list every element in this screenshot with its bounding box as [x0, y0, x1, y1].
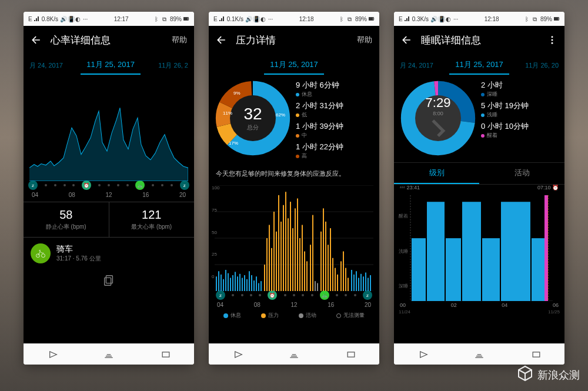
svg-rect-70	[337, 275, 338, 291]
phone-sleep: E 0.3K/s 🔊📳◐··· 12:18 ᛒ⧉ 89% 睡眠详细信息 月 24…	[394, 12, 564, 365]
nav-recents-icon[interactable]	[530, 350, 542, 359]
sleep-donut: 7:29 8:00	[400, 80, 476, 156]
svg-rect-60	[312, 215, 313, 291]
date-next[interactable]: 11月 26, 20	[525, 61, 559, 70]
bike-icon: 🚲	[320, 290, 329, 300]
svg-rect-27	[232, 275, 233, 291]
app-header: 睡眠详细信息	[394, 26, 564, 54]
svg-rect-55	[299, 238, 300, 291]
svg-rect-64	[323, 208, 324, 291]
svg-rect-44	[273, 212, 275, 291]
svg-rect-25	[228, 273, 229, 291]
svg-rect-87	[559, 18, 559, 20]
sleep-breakdown: 2 小时深睡 5 小时 19分钟浅睡 0 小时 10分钟醒着	[481, 80, 559, 156]
svg-rect-42	[269, 225, 270, 292]
alarm-icon: ⏰	[82, 181, 91, 190]
svg-rect-66	[328, 245, 329, 291]
svg-rect-30	[239, 274, 240, 291]
date-selector[interactable]: 月 24, 2017 11月 25, 2017 11月 26, 2	[24, 54, 194, 76]
phone-stress: E 0.1K/s 🔊📳◐··· 12:18 ᛒ⧉ 89% 压力详情 帮助 11月…	[209, 12, 379, 365]
svg-rect-73	[345, 268, 346, 291]
svg-rect-74	[348, 278, 349, 292]
svg-rect-56	[302, 225, 303, 292]
sleep-tabs: 级别 活动	[394, 162, 564, 185]
chart-legend: 休息 压力 活动 无法测量	[209, 312, 379, 319]
date-selector[interactable]: 月 24, 2017 11月 25, 2017 11月 26, 20	[394, 54, 564, 76]
svg-rect-34	[249, 271, 250, 291]
svg-rect-84	[348, 352, 355, 356]
check-icon	[426, 106, 450, 152]
nav-recents-icon[interactable]	[345, 350, 357, 359]
cube-icon	[516, 365, 534, 385]
activity-name: 骑车	[56, 244, 101, 255]
more-icon[interactable]	[547, 35, 557, 45]
alarm-icon: ⏰	[552, 185, 559, 191]
page-title: 心率详细信息	[51, 34, 172, 47]
nav-back-icon[interactable]	[231, 350, 243, 359]
sleep-level-chart: 醒着 浅睡 深睡	[400, 195, 559, 301]
nav-bar	[209, 343, 379, 365]
page-title: 睡眠详细信息	[421, 34, 547, 47]
tab-activity[interactable]: 活动	[479, 163, 564, 184]
svg-rect-28	[235, 272, 236, 291]
stress-message: 今天您有足够的时间来修复身体的应激反应。	[209, 166, 379, 182]
alarm-icon: ⏰	[268, 290, 277, 300]
svg-point-4	[42, 254, 45, 258]
svg-rect-6	[105, 278, 111, 285]
svg-rect-31	[242, 278, 243, 292]
svg-rect-97	[412, 238, 426, 301]
svg-rect-76	[353, 275, 355, 291]
nav-back-icon[interactable]	[416, 350, 428, 359]
cycling-icon	[31, 243, 51, 263]
svg-rect-98	[427, 202, 445, 301]
status-bar: E 0.8K/s 🔊 📳 ◐ ··· 12:17 ᛒ ⧉ 89%	[24, 12, 194, 26]
date-prev[interactable]: 月 24, 2017	[29, 61, 63, 70]
svg-rect-63	[320, 232, 322, 291]
help-button[interactable]: 帮助	[172, 35, 187, 45]
nav-home-icon[interactable]	[288, 350, 300, 359]
app-header: 心率详细信息 帮助	[24, 26, 194, 54]
svg-rect-7	[162, 352, 169, 356]
svg-rect-52	[292, 228, 293, 291]
svg-rect-102	[501, 202, 530, 301]
back-icon[interactable]	[31, 34, 42, 46]
heart-rate-chart	[29, 81, 188, 181]
svg-rect-32	[244, 275, 245, 291]
bluetooth-icon: ᛒ	[155, 16, 161, 22]
copy-icon[interactable]	[24, 274, 194, 289]
nav-home-icon[interactable]	[473, 350, 485, 359]
net-speed: 0.8K/s	[42, 16, 58, 22]
timeline-markers: z ⏰ 🚲 z	[209, 291, 379, 299]
svg-rect-1	[183, 18, 188, 21]
svg-rect-51	[290, 202, 291, 291]
watermark: 新浪众测	[516, 365, 580, 385]
date-prev[interactable]: 月 24, 2017	[400, 61, 433, 70]
sleep-start-icon: z	[216, 290, 225, 300]
svg-rect-104	[544, 195, 548, 301]
nav-recents-icon[interactable]	[160, 350, 172, 359]
sleep-start-icon: z	[28, 181, 38, 190]
signal-icon	[219, 16, 225, 22]
nav-bar	[24, 343, 194, 365]
activity-row[interactable]: 骑车 31:17 · 5.76 公里	[24, 238, 194, 269]
svg-rect-75	[351, 270, 352, 291]
status-time: 12:18	[275, 16, 338, 22]
nav-home-icon[interactable]	[103, 350, 115, 359]
svg-rect-81	[365, 273, 366, 292]
date-selector[interactable]: 11月 25, 2017	[209, 54, 379, 76]
svg-rect-72	[343, 252, 344, 292]
svg-rect-106	[533, 352, 540, 356]
wifi-icon: ⧉	[162, 16, 168, 22]
nav-back-icon[interactable]	[46, 350, 58, 359]
net-speed: 0.3K/s	[412, 16, 429, 22]
app-header: 压力详情 帮助	[209, 26, 379, 54]
date-next[interactable]: 11月 26, 2	[158, 61, 188, 70]
back-icon[interactable]	[401, 34, 413, 46]
back-icon[interactable]	[216, 34, 228, 46]
tab-level[interactable]: 级别	[394, 163, 479, 184]
svg-rect-33	[246, 279, 248, 291]
svg-rect-2	[188, 18, 189, 20]
svg-rect-80	[363, 276, 364, 291]
svg-rect-59	[310, 245, 311, 291]
help-button[interactable]: 帮助	[357, 35, 372, 45]
